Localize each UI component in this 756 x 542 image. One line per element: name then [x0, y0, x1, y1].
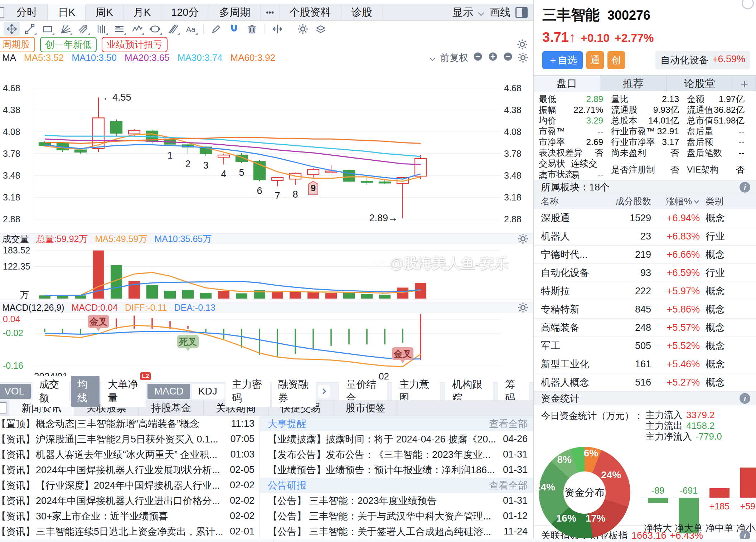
display-menu[interactable]: 显示 [452, 5, 473, 20]
more-indicators-button[interactable] [318, 385, 330, 398]
sector-row[interactable]: 宁德时代...219+6.66%概念 [534, 246, 756, 264]
magnet-icon[interactable] [226, 22, 242, 36]
indicator-tab-KDJ[interactable]: KDJ [192, 384, 224, 399]
add-watchlist-button[interactable]: ＋自选 [542, 51, 583, 69]
news-tab-持股基金[interactable]: 持股基金 [139, 400, 204, 416]
gear-icon[interactable] [517, 39, 528, 50]
indicator-tab-MACD[interactable]: MACD [147, 384, 190, 399]
news-item[interactable]: 【资讯】机器人赛道去年业绩“冰火两重天” 企业积...01:03 [0, 447, 260, 462]
pencil-icon[interactable] [208, 22, 224, 36]
pitchfork-icon[interactable] [75, 22, 92, 36]
horizontal-lines-icon[interactable] [111, 22, 127, 36]
sector-pill[interactable]: 自动化设备 +6.59% [655, 51, 750, 69]
quote-tab-论股堂[interactable]: 论股堂 [667, 76, 733, 92]
indicator-tab-均线[interactable]: 均线 [71, 376, 100, 407]
stat-value: 3.17 [662, 137, 679, 147]
circle-minus-icon[interactable] [472, 51, 483, 64]
news-item[interactable]: 【资讯】【行业深度】2024年中国焊接机器人行业...02-02 [0, 478, 260, 493]
rectangle-icon[interactable] [39, 22, 56, 36]
tab-个股资料[interactable]: 个股资料 [280, 4, 341, 20]
indicator-tab-VOL[interactable]: VOL [0, 384, 31, 399]
stat-value: 2.13 [662, 94, 679, 104]
alert-item[interactable]: 【公告】 三丰智能：关于签署人工合成超高纯硅溶...11-24 [260, 524, 533, 539]
fan-lines-icon[interactable] [57, 22, 74, 36]
sector-row[interactable]: 机器人23+6.83%行业 [534, 227, 756, 246]
trash-icon[interactable] [244, 22, 260, 36]
indicator-tab-大单净量[interactable]: 大单净量L2 [101, 376, 146, 407]
news-item-tag: 【资讯】 [0, 464, 35, 476]
news-item[interactable]: 【资讯】三丰智能连续5日遭北上资金净卖出，累计...02-01 [0, 524, 260, 539]
circle-minus-icon[interactable] [503, 51, 513, 64]
news-item[interactable]: 【置顶】概念动态|三丰智能新增“高端装备”概念11:13 [0, 416, 260, 431]
news-item[interactable]: 【资讯】沪深股通|三丰智能2月5日获外资买入 0.1...07:05 [0, 431, 260, 447]
gear-icon[interactable] [295, 22, 311, 36]
indicator-tab-成交额[interactable]: 成交额 [33, 376, 69, 407]
candlestick-pane[interactable]: 4.684.684.384.384.084.083.783.783.483.48… [0, 64, 533, 233]
adjust-mode-label[interactable]: 前复权 [440, 52, 468, 64]
stock-tag[interactable]: 业绩预计扭亏 [102, 37, 168, 52]
macd-chart[interactable]: 0.04-0.02-0.16金叉死叉金叉 [0, 313, 534, 370]
svg-text:金叉: 金叉 [393, 349, 412, 359]
sector-count: 222 [595, 286, 651, 297]
move-icon[interactable] [4, 22, 20, 36]
ellipse-icon[interactable] [147, 22, 163, 36]
fibonacci-icon[interactable] [165, 22, 181, 36]
gear-icon[interactable] [518, 302, 528, 313]
alert-item[interactable]: 【发布公告】发布公告：《三丰智能：2023年度业...01-31 [260, 447, 533, 462]
text-icon[interactable]: Aa [183, 22, 199, 36]
view-all-link[interactable]: 查看全部 [489, 479, 528, 492]
draw-line-button[interactable]: 画线 [490, 5, 510, 20]
alert-item[interactable]: 【公告】 三丰智能：关于与武汉华中科大资产管理...01-12 [260, 508, 533, 524]
quote-tab-盘口[interactable]: 盘口 [534, 76, 600, 92]
alert-item[interactable]: 【业绩预告】业绩预告：预计年报业绩：净利润186...01-31 [260, 462, 533, 478]
col-change[interactable]: 涨幅% [651, 195, 700, 207]
tab-多周期[interactable]: 多周期 [209, 4, 261, 20]
quote-tab-推荐[interactable]: 推荐 [600, 76, 667, 92]
horizontal-expand-icon[interactable] [269, 22, 286, 36]
tab-分时[interactable]: 分时 [6, 4, 48, 20]
stock-tag[interactable]: 创一年新低 [40, 37, 97, 52]
indicator-tab-主力密码[interactable]: 主力密码 [226, 376, 270, 407]
tab-周K[interactable]: 周K [86, 4, 123, 20]
tab-月K[interactable]: 月K [123, 4, 161, 20]
sector-row[interactable]: 自动化设备93+6.59%行业 [534, 264, 756, 282]
legend-item: MA5:49.59万 [95, 233, 147, 245]
stock-tag[interactable]: 周期股 [0, 37, 35, 52]
tab-•••[interactable]: ••• [261, 4, 279, 20]
alert-item[interactable]: 【公告】 三丰智能：2023年度业绩预告01-31 [260, 493, 533, 508]
tab-诊股[interactable]: 诊股 [341, 4, 383, 20]
volume-pane[interactable]: 成交量 总量:59.92万MA5:49.59万MA10:35.65万 183.5… [0, 233, 533, 302]
circle-plus-icon[interactable] [488, 51, 498, 64]
gear-icon[interactable] [518, 52, 528, 63]
news-item[interactable]: 【资讯】2024年中国焊接机器人行业发展现状分析...02-05 [0, 462, 260, 478]
indicator-tab-融资融券[interactable]: 融资融券 [272, 376, 316, 407]
sector-row[interactable]: 机器人概念516+5.27%概念 [534, 373, 756, 392]
trend-line-icon[interactable] [21, 22, 38, 36]
view-all-link[interactable]: 查看全部 [489, 417, 528, 430]
wave-icon[interactable] [129, 22, 145, 36]
info-icon[interactable]: i [740, 393, 750, 404]
sector-row[interactable]: 军工505+5.52%概念 [534, 337, 756, 355]
gear-icon[interactable] [518, 233, 528, 244]
sector-count: 845 [595, 304, 651, 315]
info-icon[interactable]: i [740, 182, 750, 193]
tab-日K[interactable]: 日K [48, 4, 86, 20]
sector-row[interactable]: 高端装备248+5.57%概念 [534, 319, 756, 337]
layers-icon[interactable] [312, 22, 329, 36]
alert-item[interactable]: 【业绩披露】披露时间：将于 2024-04-26 披露《20...04-26 [260, 431, 533, 447]
add-tab-button[interactable]: ＋ [733, 76, 756, 92]
news-item[interactable]: 【资讯】2024年中国焊接机器人行业进出口价格分...02-02 [0, 493, 260, 508]
sector-row[interactable]: 深股通1529+6.94%概念 [534, 209, 756, 227]
vertical-lines-icon[interactable] [93, 22, 110, 36]
news-tab-股市便签[interactable]: 股市便签 [333, 400, 398, 416]
news-item[interactable]: 【资讯】30+家上市企业：近半业绩预喜02-02 [0, 508, 260, 524]
tab-120分[interactable]: 120分 [161, 4, 209, 20]
sector-row[interactable]: 新型工业化161+5.46%概念 [534, 355, 756, 373]
sector-row[interactable]: 特斯拉222+5.97%概念 [534, 282, 756, 300]
macd-pane[interactable]: MACD(12,26,9) MACD:0.04DIFF:-0.11DEA:-0.… [0, 302, 533, 370]
volume-chart[interactable]: 183.52122.35万 [0, 244, 534, 302]
net-bar-value: +185 [704, 501, 735, 512]
sector-row[interactable]: 专精特新845+5.86%概念 [534, 300, 756, 319]
panel-toggle-icon[interactable] [515, 7, 528, 18]
candlestick-chart[interactable]: 4.684.684.384.384.084.083.783.783.483.48… [0, 64, 534, 233]
